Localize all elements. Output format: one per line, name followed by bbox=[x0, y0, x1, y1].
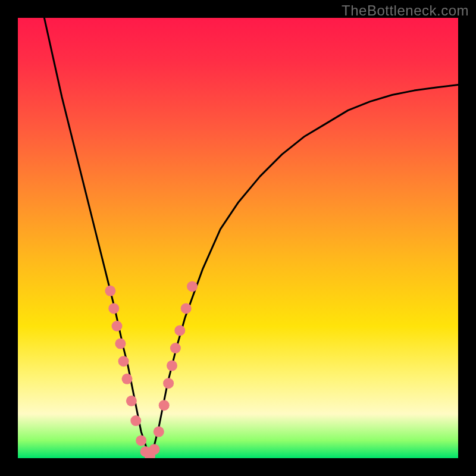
marker-dot bbox=[149, 444, 159, 455]
marker-dot bbox=[122, 374, 133, 384]
marker-dot bbox=[118, 356, 129, 367]
marker-dot bbox=[167, 361, 177, 371]
marker-dot bbox=[108, 303, 119, 314]
marker-dot bbox=[115, 339, 126, 349]
curve-line bbox=[44, 18, 458, 458]
marker-dot bbox=[136, 435, 146, 446]
highlighted-points bbox=[105, 281, 198, 458]
marker-dot bbox=[174, 325, 185, 336]
marker-dot bbox=[163, 378, 174, 389]
marker-dot bbox=[159, 400, 170, 411]
marker-dot bbox=[130, 415, 141, 426]
marker-dot bbox=[170, 343, 181, 353]
plot-area bbox=[18, 18, 458, 458]
marker-dot bbox=[105, 286, 115, 296]
watermark-text: TheBottleneck.com bbox=[342, 2, 469, 19]
marker-dot bbox=[126, 396, 137, 406]
marker-dot bbox=[181, 303, 192, 314]
chart-svg bbox=[18, 18, 458, 458]
marker-dot bbox=[112, 321, 123, 331]
marker-dot bbox=[187, 281, 198, 292]
marker-dot bbox=[154, 427, 164, 437]
outer-frame: TheBottleneck.com bbox=[0, 0, 476, 476]
